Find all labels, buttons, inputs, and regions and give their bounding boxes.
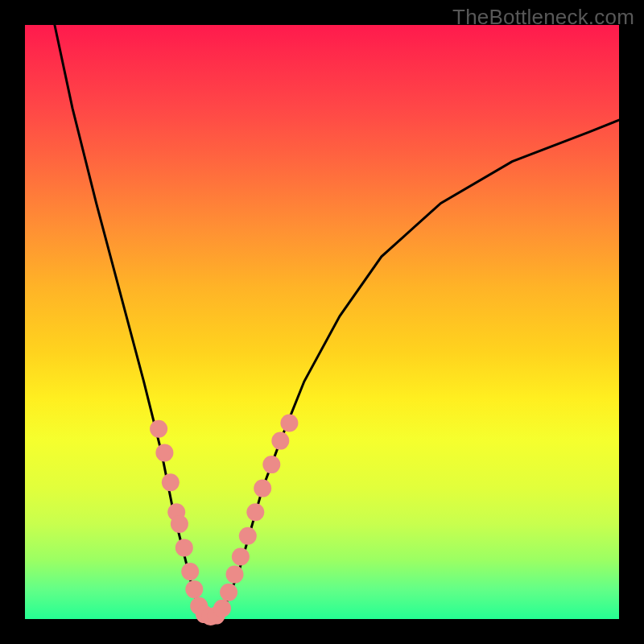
data-marker (185, 580, 203, 598)
data-marker (171, 515, 188, 533)
data-marker (175, 539, 193, 556)
data-marker (280, 415, 298, 432)
data-marker (155, 444, 173, 461)
plot-area (25, 25, 619, 619)
bottleneck-curve (55, 25, 619, 618)
data-marker (262, 456, 280, 473)
data-marker (226, 566, 244, 584)
data-marker (239, 527, 257, 545)
data-marker (271, 432, 289, 450)
data-marker (220, 584, 237, 601)
curve-markers (150, 415, 298, 626)
data-marker (162, 473, 180, 491)
data-marker (181, 563, 199, 580)
data-marker (232, 548, 250, 566)
data-marker (246, 503, 264, 521)
chart-frame: TheBottleneck.com (0, 0, 644, 644)
watermark-text: TheBottleneck.com (452, 5, 634, 30)
data-marker (150, 420, 167, 438)
data-marker (213, 600, 231, 617)
data-marker (254, 480, 271, 497)
chart-svg (25, 25, 619, 619)
